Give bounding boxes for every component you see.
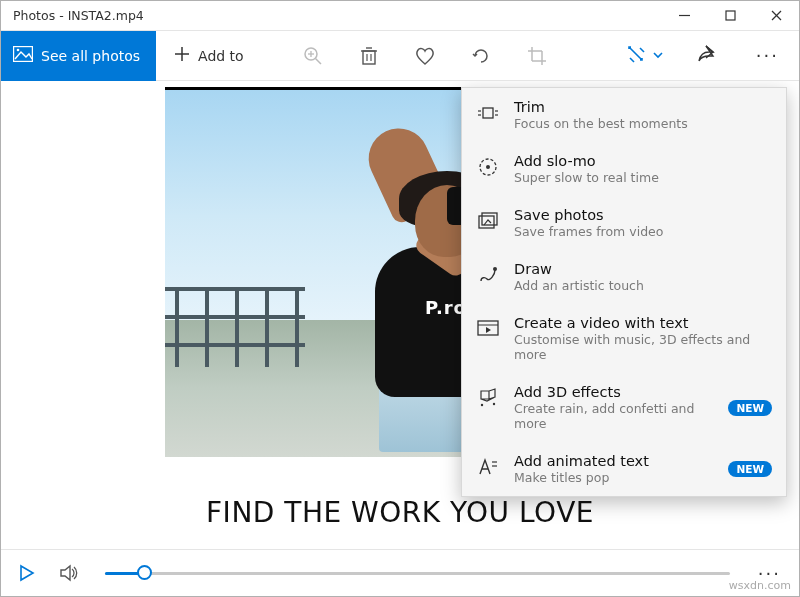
menu-draw[interactable]: Draw Add an artistic touch	[462, 250, 786, 304]
close-button[interactable]	[753, 1, 799, 31]
svg-point-30	[493, 267, 497, 271]
edit-create-button[interactable]	[620, 44, 670, 67]
chevron-down-icon	[652, 48, 664, 64]
more-button[interactable]: ···	[742, 45, 793, 66]
new-badge: NEW	[728, 400, 772, 416]
see-all-photos-button[interactable]: See all photos	[1, 31, 156, 81]
plus-icon	[174, 46, 190, 65]
menu-save-photos[interactable]: Save photos Save frames from video	[462, 196, 786, 250]
share-button[interactable]	[692, 44, 720, 67]
menu-item-title: Add animated text	[514, 453, 714, 469]
svg-rect-31	[478, 321, 498, 335]
delete-icon[interactable]	[358, 45, 380, 67]
content-area: P.rol FIND THE WORK YOU LOVE Trim Focus …	[1, 81, 799, 549]
edit-create-menu: Trim Focus on the best moments Add slo-m…	[461, 87, 787, 497]
zoom-icon	[302, 45, 324, 67]
menu-item-sub: Focus on the best moments	[514, 116, 772, 131]
menu-item-sub: Add an artistic touch	[514, 278, 772, 293]
seek-bar[interactable]	[105, 571, 730, 575]
svg-point-27	[486, 165, 490, 169]
svg-rect-12	[363, 51, 375, 64]
save-photos-icon	[476, 209, 500, 233]
add-to-button[interactable]: Add to	[156, 31, 262, 81]
watermark: wsxdn.com	[729, 579, 791, 592]
minimize-button[interactable]	[661, 1, 707, 31]
menu-item-sub: Save frames from video	[514, 224, 772, 239]
menu-item-title: Add 3D effects	[514, 384, 714, 400]
svg-marker-38	[21, 566, 33, 580]
photo-icon	[13, 46, 33, 65]
effects-3d-icon	[476, 386, 500, 410]
window-title: Photos - INSTA2.mp4	[1, 8, 661, 23]
player-bar: ···	[1, 549, 799, 596]
menu-item-title: Create a video with text	[514, 315, 772, 331]
menu-item-sub: Create rain, add confetti and more	[514, 401, 714, 431]
menu-item-sub: Make titles pop	[514, 470, 714, 485]
menu-slomo[interactable]: Add slo-mo Super slow to real time	[462, 142, 786, 196]
video-text-icon	[476, 317, 500, 341]
titlebar: Photos - INSTA2.mp4	[1, 1, 799, 31]
favourite-icon[interactable]	[414, 45, 436, 67]
svg-point-35	[481, 404, 483, 406]
menu-item-title: Trim	[514, 99, 772, 115]
maximize-button[interactable]	[707, 1, 753, 31]
new-badge: NEW	[728, 461, 772, 477]
seek-thumb[interactable]	[137, 565, 152, 580]
draw-icon	[476, 263, 500, 287]
svg-point-34	[493, 403, 495, 405]
menu-3d-effects[interactable]: Add 3D effects Create rain, add confetti…	[462, 373, 786, 442]
svg-rect-1	[726, 11, 735, 20]
edit-icon	[626, 44, 646, 67]
trim-icon	[476, 101, 500, 125]
crop-icon	[526, 45, 548, 67]
svg-line-9	[315, 58, 321, 64]
svg-rect-29	[482, 213, 497, 225]
slomo-icon	[476, 155, 500, 179]
menu-item-sub: Super slow to real time	[514, 170, 772, 185]
rotate-icon[interactable]	[470, 45, 492, 67]
menu-trim[interactable]: Trim Focus on the best moments	[462, 88, 786, 142]
play-button[interactable]	[15, 561, 39, 585]
add-to-label: Add to	[198, 48, 244, 64]
svg-point-5	[17, 49, 20, 52]
menu-create-video-text[interactable]: Create a video with text Customise with …	[462, 304, 786, 373]
menu-item-title: Save photos	[514, 207, 772, 223]
menu-item-title: Add slo-mo	[514, 153, 772, 169]
svg-marker-39	[61, 566, 70, 580]
volume-button[interactable]	[57, 561, 81, 585]
menu-animated-text[interactable]: Add animated text Make titles pop NEW	[462, 442, 786, 496]
animated-text-icon	[476, 455, 500, 479]
svg-rect-21	[483, 108, 493, 118]
toolbar: See all photos Add to	[1, 31, 799, 81]
menu-item-title: Draw	[514, 261, 772, 277]
video-caption: FIND THE WORK YOU LOVE	[1, 496, 799, 529]
see-all-label: See all photos	[41, 48, 140, 64]
menu-item-sub: Customise with music, 3D effects and mor…	[514, 332, 772, 362]
svg-marker-33	[486, 327, 491, 333]
